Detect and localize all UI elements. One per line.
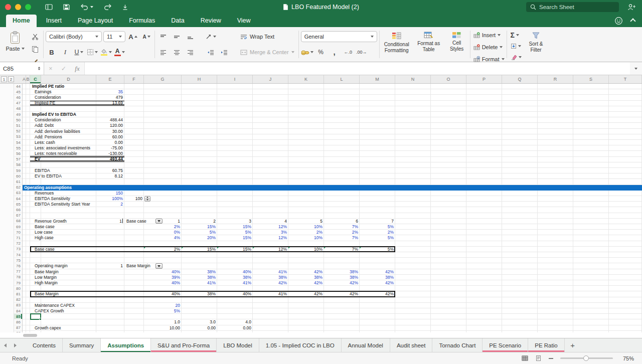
font-color-button[interactable]: A [113, 47, 125, 58]
cell-j78[interactable]: 38% [253, 275, 288, 280]
toolbar-options-button[interactable] [122, 4, 128, 11]
align-left-button[interactable] [157, 47, 169, 58]
column-header-g[interactable]: G [144, 75, 182, 83]
collapse-ribbon-button[interactable] [631, 16, 635, 25]
cell-e65[interactable]: 2 [96, 202, 124, 207]
orientation-button[interactable] [205, 31, 217, 42]
cell-e45[interactable]: 35 [96, 89, 124, 94]
insert-button[interactable]: Insert [472, 30, 505, 40]
row-header-50[interactable]: 50 [14, 117, 22, 123]
cut-button[interactable] [29, 31, 41, 42]
cell-e56[interactable]: -130.00 [96, 151, 124, 156]
cell-l70[interactable]: 2% [324, 230, 360, 235]
row-header-49[interactable]: 49 [14, 112, 22, 117]
delete-button[interactable]: Delete [472, 42, 505, 52]
row-header-71[interactable]: 71 [14, 235, 22, 241]
row-header-83[interactable]: 83 [14, 303, 22, 308]
cell-c87[interactable]: Growth capex [30, 325, 96, 330]
cell-i71[interactable]: 15% [217, 235, 253, 240]
cell-k79[interactable]: 42% [288, 280, 324, 285]
column-header-q[interactable]: Q [502, 75, 538, 83]
cell-g70[interactable]: 0% [144, 230, 182, 235]
column-header-k[interactable]: K [288, 75, 324, 83]
conditional-formatting-button[interactable]: Conditional Formatting [382, 30, 412, 53]
cell-i68[interactable]: 3 [217, 219, 253, 224]
ribbon-tab-review[interactable]: Review [194, 15, 228, 27]
column-header-c[interactable]: C [30, 75, 41, 83]
clear-button[interactable] [509, 52, 523, 62]
page-layout-view-button[interactable] [535, 355, 542, 361]
row-header-60[interactable]: 60 [14, 173, 22, 179]
column-header-d[interactable]: D [41, 75, 96, 83]
column-header-s[interactable]: S [573, 75, 609, 83]
copy-button[interactable] [29, 44, 41, 55]
cell-c50[interactable]: Consideration [30, 117, 96, 122]
cell-c63[interactable]: Revenues [30, 191, 96, 196]
cell-c64[interactable]: EBITDA Sensitivity [30, 196, 96, 201]
fill-color-button[interactable] [100, 47, 112, 58]
name-box[interactable]: C85 [0, 62, 44, 75]
sheet-tab-assumptions[interactable]: Assumptions [101, 338, 151, 352]
row-header-86[interactable]: 86 [14, 319, 22, 325]
horizontal-scroll-thumb[interactable] [23, 334, 37, 337]
row-header-76[interactable]: 76 [14, 263, 22, 269]
cell-m81[interactable]: 42% [360, 291, 395, 296]
row-header-47[interactable]: 47 [14, 101, 22, 106]
cell-c52[interactable]: Add: derivative liabilities [30, 129, 96, 134]
row-header-77[interactable]: 77 [14, 269, 22, 275]
cell-f68[interactable]: Base case [124, 219, 144, 224]
sheet-tab-summary[interactable]: Summary [63, 338, 101, 352]
cell-c73[interactable]: Base case [30, 247, 96, 252]
column-header-r[interactable]: R [538, 75, 573, 83]
cell-c77[interactable]: Base Margin [30, 269, 96, 274]
cell-c79[interactable]: High Margin [30, 280, 96, 285]
row-header-63[interactable]: 63 [14, 191, 22, 196]
row-header-87[interactable]: 87 [14, 325, 22, 331]
save-button[interactable] [63, 4, 70, 11]
grow-font-button[interactable]: A [127, 31, 139, 42]
fill-handle[interactable] [39, 318, 42, 320]
row-header-69[interactable]: 69 [14, 224, 22, 230]
ribbon-tab-view[interactable]: View [231, 15, 257, 27]
cell-c56[interactable]: Less: notes receivable [30, 151, 96, 156]
cell-l78[interactable]: 38% [324, 275, 360, 280]
shrink-font-button[interactable]: A [140, 31, 152, 42]
cell-m71[interactable]: 5% [360, 235, 395, 240]
selected-cell[interactable] [30, 313, 41, 320]
zoom-slider-thumb[interactable] [583, 355, 589, 361]
sheet-tab-contents[interactable]: Contents [26, 338, 63, 352]
cell-c69[interactable]: Base case [30, 224, 96, 229]
cell-l68[interactable]: 6 [324, 219, 360, 224]
cell-c83[interactable]: Maintenance CAPEX [30, 303, 96, 308]
sheet-tab-tornado-chart[interactable]: Tornado Chart [432, 338, 483, 352]
cell-m70[interactable]: 2% [360, 230, 395, 235]
cell-k70[interactable]: 2% [288, 230, 324, 235]
row-header-79[interactable]: 79 [14, 280, 22, 286]
cell-e76[interactable]: 1 [96, 263, 124, 268]
cell-g77[interactable]: 40% [144, 269, 182, 274]
cell-m69[interactable]: 5% [360, 224, 395, 229]
paste-button[interactable]: Paste [3, 30, 27, 67]
bold-button[interactable]: B [46, 47, 58, 58]
cell-g73[interactable]: 2% [144, 247, 182, 252]
cell-g83[interactable]: 20 [144, 303, 182, 308]
merge-center-button[interactable]: Merge & Center [238, 46, 296, 58]
cell-e46[interactable]: 479 [96, 95, 124, 100]
column-header-m[interactable]: M [360, 75, 395, 83]
cell-i81[interactable]: 40% [217, 291, 253, 296]
column-header-h[interactable]: H [182, 75, 217, 83]
cell-e68[interactable]: 1 [96, 219, 124, 224]
cell-m79[interactable]: 42% [360, 280, 395, 285]
cell-c55[interactable]: Less: associated investments [30, 145, 96, 150]
row-header-62[interactable]: 62 [14, 185, 22, 191]
cell-e59[interactable]: 60.75 [96, 168, 124, 173]
cell-h77[interactable]: 38% [182, 269, 217, 274]
row-header-48[interactable]: 48 [14, 106, 22, 112]
normal-view-button[interactable] [522, 355, 528, 361]
row-header-78[interactable]: 78 [14, 275, 22, 280]
cell-i77[interactable]: 40% [217, 269, 253, 274]
sort-filter-button[interactable]: Sort & Filter [525, 30, 547, 62]
row-header-73[interactable]: 73 [14, 247, 22, 252]
cell-l71[interactable]: 7% [324, 235, 360, 240]
fill-button[interactable] [509, 41, 523, 51]
